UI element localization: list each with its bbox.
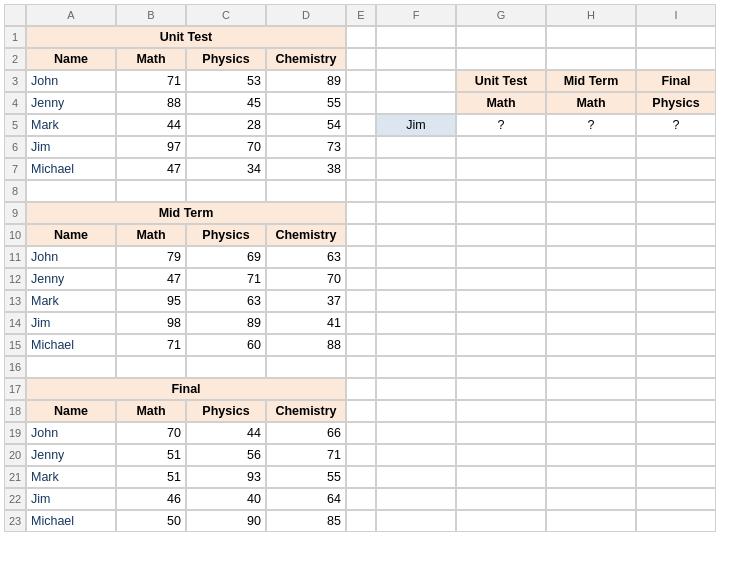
f-r3-name: Mark (26, 466, 116, 488)
ut-r1-chem: 89 (266, 70, 346, 92)
lookup-g4: Math (456, 92, 546, 114)
col-header-h: H (546, 4, 636, 26)
mt-r5-chem: 88 (266, 334, 346, 356)
r1-h (546, 26, 636, 48)
ut-r4-math: 97 (116, 136, 186, 158)
row-11: 11 (4, 246, 26, 268)
ut-r5-physics: 34 (186, 158, 266, 180)
r6-e (346, 136, 376, 158)
row-2: 2 (4, 48, 26, 70)
lookup-i4: Physics (636, 92, 716, 114)
r1-i (636, 26, 716, 48)
mt-header-name: Name (26, 224, 116, 246)
mt-r4-physics: 89 (186, 312, 266, 334)
ut-r4-name: Jim (26, 136, 116, 158)
ut-r2-name: Jenny (26, 92, 116, 114)
row-12: 12 (4, 268, 26, 290)
f-r4-physics: 40 (186, 488, 266, 510)
row-14: 14 (4, 312, 26, 334)
r5-e (346, 114, 376, 136)
f-header-chemistry: Chemistry (266, 400, 346, 422)
r4-e (346, 92, 376, 114)
mt-r4-math: 98 (116, 312, 186, 334)
ut-r1-physics: 53 (186, 70, 266, 92)
mt-r2-chem: 70 (266, 268, 346, 290)
mt-header-physics: Physics (186, 224, 266, 246)
row-6: 6 (4, 136, 26, 158)
f-r1-name: John (26, 422, 116, 444)
r3-e (346, 70, 376, 92)
mt-r1-math: 79 (116, 246, 186, 268)
mt-r5-math: 71 (116, 334, 186, 356)
ut-r3-math: 44 (116, 114, 186, 136)
f-r3-math: 51 (116, 466, 186, 488)
ut-header-chemistry: Chemistry (266, 48, 346, 70)
col-header-g: G (456, 4, 546, 26)
row-21: 21 (4, 466, 26, 488)
f-header-physics: Physics (186, 400, 266, 422)
r7-g (456, 158, 546, 180)
row-9: 9 (4, 202, 26, 224)
f-r1-physics: 44 (186, 422, 266, 444)
mt-header-chemistry: Chemistry (266, 224, 346, 246)
row-18: 18 (4, 400, 26, 422)
row-23: 23 (4, 510, 26, 532)
r2-i (636, 48, 716, 70)
r7-i (636, 158, 716, 180)
lookup-h3: Mid Term (546, 70, 636, 92)
row-10: 10 (4, 224, 26, 246)
f-header-math: Math (116, 400, 186, 422)
f-r2-chem: 71 (266, 444, 346, 466)
mt-r5-physics: 60 (186, 334, 266, 356)
mt-r2-name: Jenny (26, 268, 116, 290)
r6-h (546, 136, 636, 158)
row-19: 19 (4, 422, 26, 444)
mt-r2-math: 47 (116, 268, 186, 290)
col-header-c: C (186, 4, 266, 26)
ut-r4-physics: 70 (186, 136, 266, 158)
r2-h (546, 48, 636, 70)
row-4: 4 (4, 92, 26, 114)
mt-r3-name: Mark (26, 290, 116, 312)
mt-r3-chem: 37 (266, 290, 346, 312)
corner-cell (4, 4, 26, 26)
r7-h (546, 158, 636, 180)
r7-f (376, 158, 456, 180)
r6-g (456, 136, 546, 158)
f-r5-name: Michael (26, 510, 116, 532)
f-r5-physics: 90 (186, 510, 266, 532)
f-r5-chem: 85 (266, 510, 346, 532)
r4-f (376, 92, 456, 114)
r1-f (376, 26, 456, 48)
r2-f (376, 48, 456, 70)
row-1: 1 (4, 26, 26, 48)
r1-e (346, 26, 376, 48)
ut-r3-chem: 54 (266, 114, 346, 136)
mt-header-math: Math (116, 224, 186, 246)
f-r1-chem: 66 (266, 422, 346, 444)
r7-e (346, 158, 376, 180)
mt-r2-physics: 71 (186, 268, 266, 290)
r6-f (376, 136, 456, 158)
lookup-g3: Unit Test (456, 70, 546, 92)
row-16: 16 (4, 356, 26, 378)
ut-r2-math: 88 (116, 92, 186, 114)
ut-r5-math: 47 (116, 158, 186, 180)
ut-r1-math: 71 (116, 70, 186, 92)
f-r2-physics: 56 (186, 444, 266, 466)
row-22: 22 (4, 488, 26, 510)
f-r4-math: 46 (116, 488, 186, 510)
col-header-i: I (636, 4, 716, 26)
f-r2-math: 51 (116, 444, 186, 466)
lookup-i3: Final (636, 70, 716, 92)
ut-r4-chem: 73 (266, 136, 346, 158)
ut-r2-chem: 55 (266, 92, 346, 114)
ut-r5-name: Michael (26, 158, 116, 180)
mid-term-title-cell: Mid Term (26, 202, 346, 224)
f-r2-name: Jenny (26, 444, 116, 466)
mt-r5-name: Michael (26, 334, 116, 356)
lookup-h5: ? (546, 114, 636, 136)
r6-i (636, 136, 716, 158)
mt-r3-math: 95 (116, 290, 186, 312)
row-13: 13 (4, 290, 26, 312)
